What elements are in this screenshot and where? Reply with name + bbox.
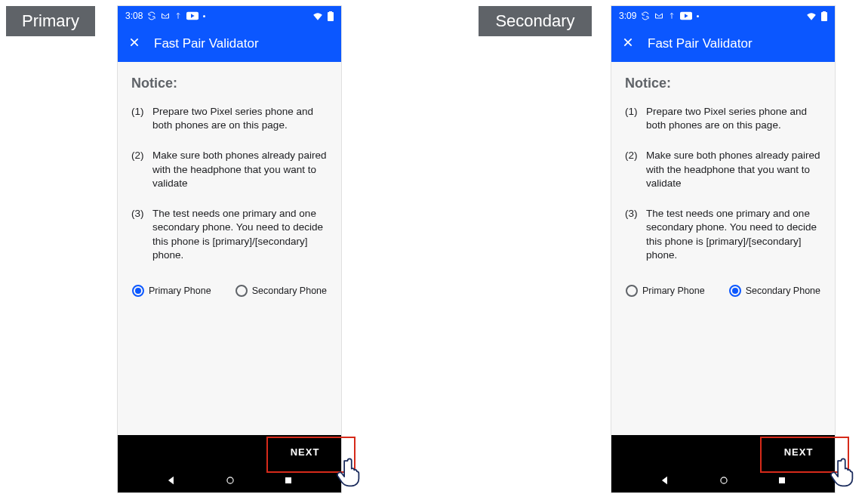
status-dot-icon (697, 15, 699, 17)
status-bar: 3:08 (118, 6, 341, 26)
nav-home-icon[interactable] (225, 475, 235, 486)
notice-number: (1) (131, 105, 152, 132)
svg-rect-2 (328, 12, 334, 21)
radio-icon (729, 285, 741, 297)
next-bar: NEXT (118, 435, 341, 468)
next-button[interactable]: NEXT (269, 435, 341, 468)
notice-text: The test needs one primary and one secon… (152, 207, 328, 262)
tag-secondary: Secondary (479, 6, 592, 36)
radio-primary-phone[interactable]: Primary Phone (626, 285, 705, 297)
close-icon[interactable] (622, 36, 634, 52)
nav-home-icon[interactable] (719, 475, 729, 486)
radio-label: Secondary Phone (746, 286, 820, 296)
screen-body: Notice: (1) Prepare two Pixel series pho… (118, 62, 341, 435)
svg-rect-11 (779, 477, 785, 483)
notice-text: Prepare two Pixel series phone and both … (646, 105, 821, 132)
svg-point-10 (721, 477, 727, 483)
radio-icon (235, 285, 248, 297)
nav-back-icon[interactable] (166, 475, 177, 486)
next-bar: NEXT (611, 435, 835, 468)
notice-item-2: (2) Make sure both phones already paired… (625, 149, 821, 190)
notice-item-3: (3) The test needs one primary and one s… (625, 207, 821, 262)
radio-secondary-phone[interactable]: Secondary Phone (729, 285, 820, 297)
notice-item-1: (1) Prepare two Pixel series phone and b… (131, 105, 328, 132)
notice-number: (2) (625, 149, 646, 190)
radio-icon (132, 285, 144, 297)
svg-point-4 (227, 477, 233, 483)
radio-secondary-phone[interactable]: Secondary Phone (235, 285, 327, 297)
svg-rect-8 (821, 12, 827, 21)
phone-secondary: 3:09 (611, 6, 835, 492)
notice-number: (2) (131, 149, 152, 190)
radio-icon (626, 285, 638, 297)
notice-item-1: (1) Prepare two Pixel series phone and b… (625, 105, 821, 132)
sync-icon (641, 11, 650, 20)
radio-label: Primary Phone (642, 286, 705, 296)
status-time: 3:08 (125, 11, 143, 21)
nav-recent-icon[interactable] (777, 476, 786, 485)
notice-heading: Notice: (625, 76, 821, 91)
notice-item-2: (2) Make sure both phones already paired… (131, 149, 328, 190)
wifi-icon (312, 11, 323, 20)
nav-back-icon[interactable] (660, 475, 670, 486)
battery-icon (821, 11, 827, 21)
notice-item-3: (3) The test needs one primary and one s… (131, 207, 328, 262)
app-header: Fast Pair Validator (611, 26, 835, 62)
wifi-icon (806, 11, 817, 20)
sync-icon (147, 11, 156, 20)
phone-primary: 3:08 (118, 6, 341, 492)
radio-primary-phone[interactable]: Primary Phone (132, 285, 211, 297)
radio-group: Primary Phone Secondary Phone (131, 285, 328, 297)
android-nav-bar (118, 468, 341, 492)
screen-body: Notice: (1) Prepare two Pixel series pho… (611, 62, 835, 435)
notice-text: Prepare two Pixel series phone and both … (152, 105, 328, 132)
svg-rect-5 (285, 477, 291, 483)
tag-primary: Primary (6, 6, 95, 36)
gmail-icon (654, 11, 663, 20)
notice-number: (3) (131, 207, 152, 262)
gmail-icon (161, 11, 170, 20)
antenna-icon (668, 11, 676, 20)
notice-text: The test needs one primary and one secon… (646, 207, 821, 262)
app-title: Fast Pair Validator (648, 36, 753, 51)
close-icon[interactable] (128, 36, 140, 52)
stage: Primary Secondary 3:08 (0, 0, 868, 497)
radio-label: Primary Phone (149, 286, 211, 296)
notice-text: Make sure both phones already paired wit… (646, 149, 821, 190)
app-title: Fast Pair Validator (154, 36, 259, 51)
app-header: Fast Pair Validator (118, 26, 341, 62)
svg-rect-3 (329, 11, 332, 13)
nav-recent-icon[interactable] (284, 476, 293, 485)
youtube-icon (186, 11, 199, 20)
status-dot-icon (203, 15, 205, 17)
antenna-icon (174, 11, 182, 20)
notice-text: Make sure both phones already paired wit… (152, 149, 328, 190)
notice-number: (1) (625, 105, 646, 132)
status-time: 3:09 (619, 11, 636, 21)
battery-icon (328, 11, 334, 21)
radio-group: Primary Phone Secondary Phone (625, 285, 821, 297)
next-button[interactable]: NEXT (762, 435, 835, 468)
svg-rect-9 (823, 11, 826, 13)
status-bar: 3:09 (611, 6, 835, 26)
radio-label: Secondary Phone (252, 286, 327, 296)
youtube-icon (680, 11, 692, 20)
android-nav-bar (611, 468, 835, 492)
notice-number: (3) (625, 207, 646, 262)
notice-heading: Notice: (131, 76, 328, 91)
